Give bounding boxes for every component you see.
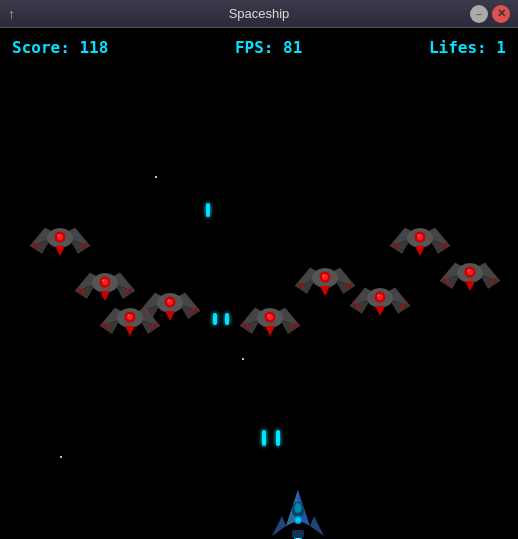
svg-point-59	[268, 315, 270, 317]
star	[60, 456, 62, 458]
svg-marker-90	[375, 306, 385, 316]
enemy-ship	[440, 253, 500, 297]
enemy-ship	[100, 298, 160, 342]
svg-marker-77	[320, 286, 330, 296]
svg-marker-12	[55, 246, 65, 256]
app: ↑ Spaceship – ✕ Score: 118 FPS: 81 Lifes…	[0, 0, 518, 539]
enemy-ship	[350, 278, 410, 322]
bullet	[276, 430, 280, 446]
svg-point-33	[168, 300, 170, 302]
window-title: Spaceship	[229, 6, 290, 21]
score-display: Score: 118	[12, 38, 108, 57]
bullet	[262, 430, 266, 446]
svg-marker-38	[165, 311, 175, 321]
close-button[interactable]: ✕	[492, 5, 510, 23]
enemy-ship	[240, 298, 300, 342]
star	[155, 176, 157, 178]
bullet	[206, 203, 210, 217]
svg-marker-116	[465, 281, 475, 291]
game-area[interactable]: Score: 118 FPS: 81 Lifes: 1	[0, 28, 518, 539]
enemy-ship	[30, 218, 90, 262]
lifes-display: Lifes: 1	[429, 38, 506, 57]
fps-display: FPS: 81	[235, 38, 302, 57]
svg-point-111	[468, 270, 470, 272]
svg-point-125	[296, 518, 301, 523]
minimize-button[interactable]: –	[470, 5, 488, 23]
bullet	[213, 313, 217, 325]
svg-marker-51	[125, 326, 135, 336]
svg-point-7	[58, 235, 60, 237]
star	[242, 358, 244, 360]
titlebar-controls: – ✕	[470, 5, 510, 23]
svg-marker-103	[415, 246, 425, 256]
svg-point-98	[418, 235, 420, 237]
player-ship	[272, 488, 324, 539]
svg-marker-120	[272, 516, 286, 536]
titlebar-left: ↑	[8, 6, 15, 22]
svg-marker-121	[310, 516, 324, 536]
svg-point-85	[378, 295, 380, 297]
up-arrow-icon: ↑	[8, 6, 15, 22]
svg-point-123	[295, 503, 302, 513]
svg-marker-64	[265, 326, 275, 336]
bullet	[225, 313, 229, 325]
svg-point-20	[103, 280, 105, 282]
svg-point-72	[323, 275, 325, 277]
svg-rect-126	[292, 530, 304, 538]
hud: Score: 118 FPS: 81 Lifes: 1	[0, 38, 518, 57]
titlebar: ↑ Spaceship – ✕	[0, 0, 518, 28]
enemy-ship	[295, 258, 355, 302]
svg-point-46	[128, 315, 130, 317]
